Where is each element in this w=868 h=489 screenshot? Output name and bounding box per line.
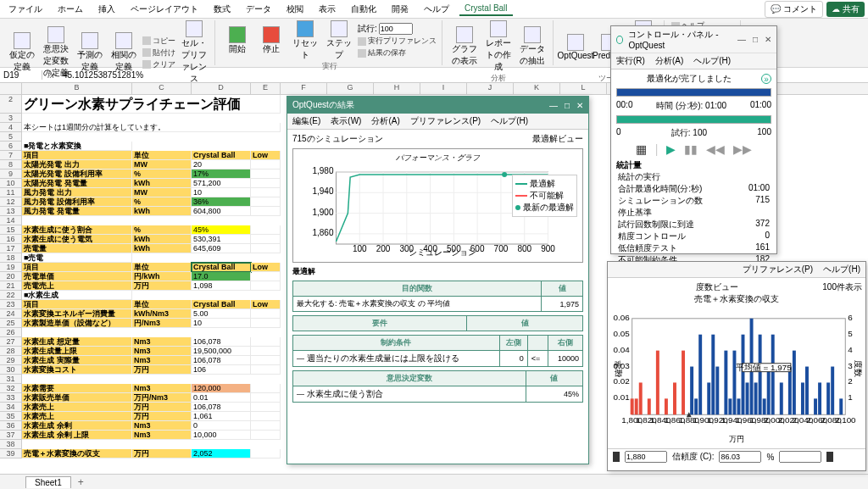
cell[interactable]: Nm3 <box>132 384 192 393</box>
row-header[interactable]: 2 <box>0 95 22 114</box>
cell[interactable]: 万円 <box>132 281 192 291</box>
cell[interactable]: 水素生成 想定量 <box>22 337 132 347</box>
cell[interactable]: ■水素生成 <box>22 291 132 300</box>
row-header[interactable]: 5 <box>0 132 22 142</box>
cell[interactable]: 120,000 <box>192 384 251 393</box>
cell[interactable]: 太陽光発電 出力 <box>22 160 132 169</box>
cell[interactable]: 万円 <box>132 403 192 412</box>
cell[interactable] <box>251 244 281 253</box>
row-header[interactable]: 38 <box>0 440 22 449</box>
cell[interactable] <box>251 272 281 281</box>
cell[interactable]: % <box>132 225 192 235</box>
row-header[interactable]: 7 <box>0 151 22 160</box>
cell[interactable]: 530,391 <box>192 235 251 244</box>
col-header-I[interactable]: I <box>420 83 467 94</box>
row-header[interactable]: 29 <box>0 356 22 365</box>
cell[interactable]: 水素需要 <box>22 384 132 393</box>
cell[interactable]: Nm3 <box>132 337 192 347</box>
save-results-button[interactable]: 結果の保存 <box>358 47 437 58</box>
cell[interactable]: Low <box>251 300 281 309</box>
row-header[interactable]: 27 <box>0 337 22 347</box>
cell[interactable]: 単位 <box>132 300 192 309</box>
row-header[interactable]: 35 <box>0 412 22 421</box>
rewind-button[interactable]: ◀◀ <box>706 142 725 156</box>
cell[interactable] <box>251 188 281 197</box>
cell[interactable] <box>251 347 281 356</box>
col-header-D[interactable]: D <box>192 83 251 94</box>
play-button[interactable]: ▶ <box>666 142 676 156</box>
row-header[interactable]: 14 <box>0 216 22 225</box>
cell[interactable] <box>251 235 281 244</box>
cell[interactable]: Nm3 <box>132 347 192 356</box>
cell[interactable]: 太陽光発電 設備利用率 <box>22 169 132 179</box>
cell[interactable]: 水素生成量上限 <box>22 347 132 356</box>
cell[interactable]: Crystal Ball <box>192 300 251 309</box>
cell[interactable] <box>251 403 281 412</box>
cell[interactable] <box>251 225 281 235</box>
col-header-J[interactable]: J <box>467 83 514 94</box>
sheet-tab-sheet1[interactable]: Sheet1 <box>25 476 71 488</box>
cell[interactable]: 5.00 <box>192 309 251 319</box>
cell[interactable]: 太陽光発電 発電量 <box>22 179 132 188</box>
cell[interactable]: 売電量 <box>22 244 132 253</box>
row-header[interactable]: 20 <box>0 272 22 281</box>
cell[interactable]: ■売電 <box>22 253 132 263</box>
row-header[interactable]: 39 <box>0 449 22 458</box>
cell[interactable] <box>251 207 281 216</box>
ribbon-tab-ファイル[interactable]: ファイル <box>3 2 47 17</box>
cell[interactable]: 106,078 <box>192 337 251 347</box>
cell[interactable]: 45% <box>192 225 251 235</box>
cell[interactable]: 風力発電 出力 <box>22 188 132 197</box>
cell[interactable]: 10,000 <box>192 431 251 440</box>
cell[interactable] <box>251 337 281 347</box>
cell[interactable] <box>251 281 281 291</box>
trials-input[interactable] <box>379 23 413 35</box>
row-header[interactable]: 4 <box>0 123 22 132</box>
cell[interactable]: Crystal Ball <box>192 263 251 272</box>
cell[interactable]: 水素生成 余剰 上限 <box>22 431 132 440</box>
cell[interactable]: 水素変換コスト <box>22 365 132 375</box>
cell[interactable]: 項目 <box>22 263 132 272</box>
cell[interactable]: 水素生成に使う割合 <box>22 225 132 235</box>
fx-icon[interactable]: fx <box>42 70 59 80</box>
menu-item[interactable]: 分析(A) <box>655 55 683 67</box>
close-button[interactable]: ✕ <box>576 101 583 110</box>
menu-item[interactable]: ヘルプ(H) <box>823 264 860 275</box>
cell[interactable]: 風力発電 発電量 <box>22 207 132 216</box>
cell[interactable]: 2,052 <box>192 449 251 458</box>
cell[interactable] <box>251 169 281 179</box>
cell[interactable]: kWh <box>132 235 192 244</box>
cell[interactable] <box>251 393 281 403</box>
row-header[interactable]: 11 <box>0 188 22 197</box>
cell[interactable]: Low <box>251 263 281 272</box>
cell[interactable]: kWh/Nm3 <box>132 309 192 319</box>
row-header[interactable]: 18 <box>0 253 22 263</box>
cell[interactable] <box>251 431 281 440</box>
cell[interactable]: 水素販売単価 <box>22 393 132 403</box>
cell[interactable]: 106 <box>192 365 251 375</box>
col-header-H[interactable]: H <box>374 83 420 94</box>
cell[interactable]: 万円 <box>132 412 192 421</box>
cell[interactable]: 1,061 <box>192 412 251 421</box>
window-titlebar[interactable]: OptQuestの結果 — □ ✕ <box>287 97 588 114</box>
close-button[interactable]: ✕ <box>765 35 771 44</box>
ribbon-tab-挿入[interactable]: 挿入 <box>93 2 120 17</box>
cell[interactable]: 売電売上 <box>22 281 132 291</box>
paste-button[interactable]: 貼付け <box>142 47 175 58</box>
left-slider[interactable] <box>613 452 620 462</box>
cell[interactable]: 万円/Nm3 <box>132 393 192 403</box>
ribbon-tab-校閲[interactable]: 校閲 <box>281 2 309 17</box>
ribbon-tab-データ[interactable]: データ <box>241 2 276 17</box>
row-header[interactable]: 21 <box>0 281 22 291</box>
row-header[interactable]: 12 <box>0 197 22 207</box>
left-bound-input[interactable] <box>625 451 667 463</box>
cell[interactable] <box>251 384 281 393</box>
right-bound-input[interactable] <box>779 451 821 463</box>
row-header[interactable]: 32 <box>0 384 22 393</box>
ribbon-tab-表示[interactable]: 表示 <box>314 2 341 17</box>
row-header[interactable]: 23 <box>0 300 22 309</box>
maximize-button[interactable]: □ <box>565 101 570 110</box>
cell[interactable] <box>251 421 281 431</box>
cell[interactable]: % <box>132 169 192 179</box>
row-header[interactable]: 19 <box>0 263 22 272</box>
